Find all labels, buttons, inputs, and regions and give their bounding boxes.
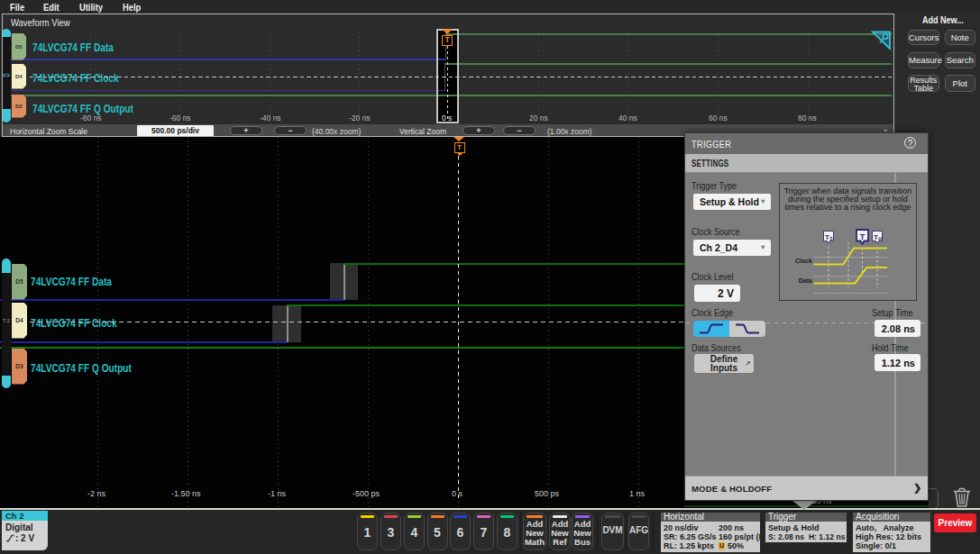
svg-text:Data: Data (798, 277, 811, 284)
svg-text:H: H (878, 236, 882, 241)
svg-text:T: T (825, 233, 829, 241)
svg-text:T: T (859, 232, 865, 241)
svg-text:Clock: Clock (794, 258, 811, 264)
